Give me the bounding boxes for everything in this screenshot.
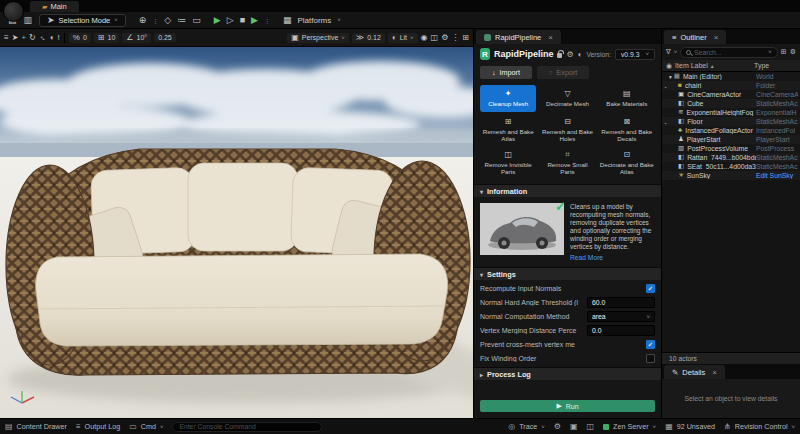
chevron-down-icon[interactable]: ˅ — [768, 49, 772, 55]
tool-decimate-and-bake-atlas[interactable]: ⊡Decimate and Bake Atlas — [599, 148, 655, 178]
console-command-input[interactable] — [172, 422, 322, 432]
setting-checkbox[interactable]: ✓ — [646, 284, 655, 293]
output-log-button[interactable]: ≡ Output Log — [76, 422, 120, 431]
setting-value-input[interactable]: 60.0 — [587, 297, 655, 308]
viewport-scene[interactable] — [0, 47, 473, 418]
outliner-row-main-editor-[interactable]: ▾▦Main (Editor)World — [662, 72, 800, 81]
outliner-row-chairi[interactable]: ⌄■chairiFolder — [662, 81, 800, 90]
statusbar-gear-icon[interactable]: ⚙ — [554, 422, 561, 431]
show-flags-eye-icon[interactable]: ◉ — [421, 34, 428, 42]
statusbar-screen-icon[interactable]: ◫ — [586, 422, 594, 431]
item-label-column-header[interactable]: Item Label ▲ — [675, 62, 751, 69]
dots-icon[interactable]: ⋮ — [152, 17, 158, 24]
close-icon[interactable]: × — [548, 33, 553, 42]
outliner-row-playerstart[interactable]: ♟PlayerStartPlayerStart — [662, 135, 800, 144]
revision-control-dropdown[interactable]: ⋔ Revision Control ˅ — [724, 422, 795, 431]
settings-section-header[interactable]: ▾ Settings — [474, 267, 661, 280]
step-button[interactable]: ▷ — [227, 16, 234, 25]
tool-remesh-and-bake-holes[interactable]: ⊟Remesh and Bake Holes — [539, 115, 595, 145]
rotate-tool-icon[interactable]: ↻ — [29, 34, 36, 42]
outliner-empty-area[interactable] — [662, 180, 800, 352]
tool-remesh-and-bake-atlas[interactable]: ⊞Remesh and Bake Atlas — [480, 115, 536, 145]
content-import-icon[interactable]: ▥ — [24, 16, 33, 25]
rotation-snap-control[interactable]: ∠ 10° — [122, 33, 151, 43]
outliner-settings-gear-icon[interactable]: ⚙ — [790, 48, 796, 56]
tool-remove-small-parts[interactable]: ⌗Remove Small Parts — [539, 148, 595, 178]
tab-outliner[interactable]: ≡ Outliner × — [664, 30, 726, 44]
import-button[interactable]: ↓ Import — [480, 66, 532, 79]
settings-gear-icon[interactable]: ⚙ — [566, 50, 573, 59]
edit-sunsky-link[interactable]: Edit SunSky — [756, 172, 798, 179]
outliner-row-seat-50c11-4d00da3625d[interactable]: ◧SEat_50c11...4d00da3625dStaticMeshAc — [662, 162, 800, 171]
tab-details[interactable]: ✎ Details × — [664, 365, 725, 379]
version-dropdown[interactable]: v0.9.3 ˅ — [615, 49, 655, 60]
run-button[interactable]: ▶ Run — [480, 400, 655, 412]
outliner-row-postprocessvolume[interactable]: ▥PostProcessVolumePostProcess — [662, 144, 800, 153]
content-drawer-button[interactable]: ▤ Content Drawer — [5, 422, 67, 431]
cinematics-icon[interactable]: ▭ — [192, 16, 201, 25]
lock-icon[interactable] — [557, 53, 562, 58]
new-folder-icon[interactable]: ⊞ — [781, 48, 787, 56]
tool-remesh-and-bake-decals[interactable]: ⊠Remesh and Bake Decals — [599, 115, 655, 145]
select-tool-icon[interactable]: ➤ — [12, 34, 19, 42]
setting-checkbox[interactable]: ✓ — [646, 340, 655, 349]
maximize-viewport-icon[interactable]: ⊞ — [462, 34, 469, 42]
launch-button[interactable]: ▶ — [251, 16, 258, 25]
tab-rapidpipeline[interactable]: RapidPipeline × — [476, 30, 561, 44]
cmd-dropdown[interactable]: ▭ Cmd ˅ — [129, 422, 163, 431]
zen-server-dropdown[interactable]: Zen Server ˅ — [603, 422, 656, 431]
close-icon[interactable]: × — [712, 368, 717, 377]
snap-offset-control[interactable]: % 0 — [69, 33, 91, 43]
chevron-down-icon[interactable]: ˅ — [674, 49, 678, 55]
process-log-section-header[interactable]: ▸ Process Log — [474, 367, 661, 380]
outliner-row-rattan-7449-b004bde56fb[interactable]: ◧Rattan_7449...b004bde56fbStaticMeshAc — [662, 153, 800, 162]
unreal-logo-icon[interactable] — [3, 1, 24, 22]
website-globe-icon[interactable]: ◐ — [578, 50, 583, 59]
read-more-link[interactable]: Read More — [570, 254, 655, 261]
viewport-menu-icon[interactable]: ≡ — [4, 34, 9, 42]
world-local-toggle-icon[interactable]: ◐ — [50, 34, 55, 42]
outliner-row-instancedfoliageactor[interactable]: ♣InstancedFoliageActorInstancedFol — [662, 126, 800, 135]
setting-checkbox[interactable] — [646, 354, 655, 363]
outliner-search-box[interactable]: ˅ — [680, 47, 778, 58]
surface-snap-icon[interactable]: ! — [58, 34, 60, 42]
statusbar-camera-icon[interactable]: ▣ — [570, 422, 578, 431]
tool-cleanup-mesh[interactable]: ✦Cleanup Mesh — [480, 85, 536, 112]
screen-percentage-icon[interactable]: ◫ — [431, 34, 439, 42]
search-input[interactable] — [694, 49, 765, 56]
outliner-row-floor[interactable]: ⌄◧FloorStaticMeshAc — [662, 117, 800, 126]
selection-mode-dropdown[interactable]: ➤ Selection Mode ˅ — [39, 14, 126, 27]
scale-tool-icon[interactable]: ↔ — [37, 32, 48, 43]
expand-caret-icon[interactable]: ⌄ — [662, 119, 669, 125]
blueprint-icon[interactable]: ≔ — [177, 16, 186, 25]
play-button[interactable]: ▶ — [214, 16, 221, 25]
close-icon[interactable]: × — [714, 33, 719, 42]
stop-button[interactable]: ■ — [240, 16, 245, 25]
modes-icon[interactable]: ◇ — [164, 16, 171, 25]
add-actor-icon[interactable]: ⊕ — [139, 16, 147, 25]
tool-decimate-mesh[interactable]: ▽Decimate Mesh — [539, 85, 595, 112]
outliner-row-exponentialheightfog[interactable]: ≋ExponentialHeightFogExponentialH — [662, 108, 800, 117]
outliner-row-sunsky[interactable]: ☀SunSkyEdit SunSky — [662, 171, 800, 180]
camera-speed-control[interactable]: ≫ 0.12 — [352, 33, 385, 43]
perspective-dropdown[interactable]: ▣ Perspective ˅ — [287, 33, 349, 43]
unsaved-button[interactable]: ▦ 92 Unsaved — [665, 422, 715, 431]
setting-value-input[interactable]: 0.0 — [587, 325, 655, 336]
expand-down-icon[interactable]: ▾ — [669, 74, 672, 80]
tool-bake-materials[interactable]: ▤Bake Materials — [599, 85, 655, 112]
setting-select[interactable]: area˅ — [587, 311, 655, 322]
location-grid-snap-control[interactable]: ⊞ 10 — [94, 33, 120, 43]
expand-caret-icon[interactable]: ⌄ — [662, 83, 669, 89]
type-column-header[interactable]: Type — [754, 62, 796, 69]
viewport-dots-icon[interactable]: ⋮ — [451, 34, 459, 42]
tab-main-level[interactable]: ▰ Main — [30, 1, 79, 12]
visibility-eye-icon[interactable]: ◉ — [666, 62, 672, 70]
view-mode-dropdown[interactable]: ◐ Lit ˅ — [388, 33, 418, 43]
trace-dropdown[interactable]: ◎ Trace ˅ — [508, 422, 545, 431]
platforms-dropdown[interactable]: ▦ Platforms ˅ — [283, 16, 341, 25]
tool-remove-invisible-parts[interactable]: ◫Remove Invisible Parts — [480, 148, 536, 178]
outliner-row-cinecameraactor[interactable]: ▣CineCameraActorCineCameraAc — [662, 90, 800, 99]
filter-funnel-icon[interactable]: ∇ — [666, 48, 671, 56]
export-button[interactable]: ↑ Export — [537, 66, 589, 79]
play-options-dots-icon[interactable]: ⋮ — [264, 17, 270, 24]
